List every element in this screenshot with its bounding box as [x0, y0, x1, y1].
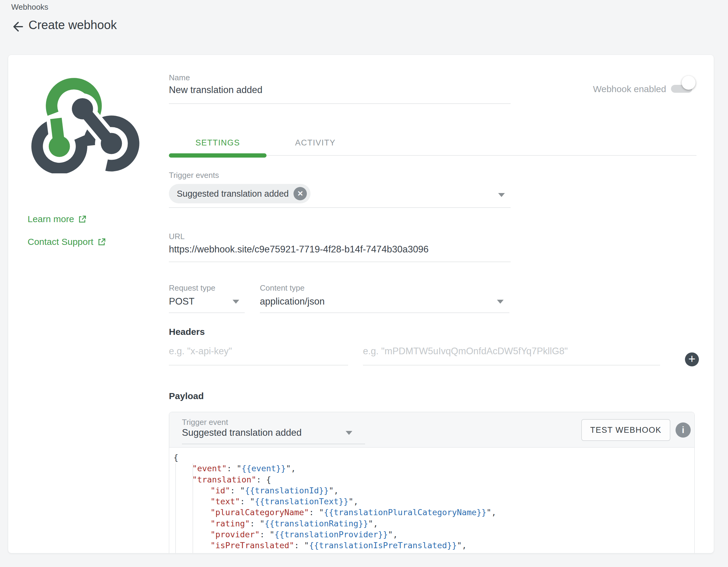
content-type-underline [260, 312, 509, 313]
contact-support-label: Contact Support [28, 237, 93, 247]
trigger-event-label: Trigger event [182, 418, 228, 427]
header-value-input[interactable] [363, 345, 660, 357]
create-webhook-page: { "page": { "breadcrumb": "Webhooks", "t… [0, 0, 728, 567]
code-line: "rating": "{{translationRating}}", [169, 518, 694, 529]
chip-remove-icon[interactable]: ✕ [294, 187, 307, 200]
code-line: "pluralCategoryName": "{{translationPlur… [169, 507, 694, 518]
payload-code-editor[interactable]: {"event": "{{event}}","translation": {"i… [169, 448, 694, 553]
tab-activity[interactable]: ACTIVITY [267, 137, 364, 148]
code-line: "translation": { [169, 474, 694, 485]
trigger-event-dropdown-icon[interactable] [346, 431, 352, 435]
add-header-button[interactable]: + [685, 352, 699, 366]
code-lines: {"event": "{{event}}","translation": {"i… [169, 448, 694, 553]
name-label: Name [169, 73, 190, 82]
header-value-underline [363, 365, 660, 365]
payload-panel-header: Trigger event Suggested translation adde… [169, 412, 694, 448]
trigger-event-underline [182, 444, 365, 444]
code-line: "provider": "{{translationProvider}}", [169, 529, 694, 540]
external-link-icon [98, 238, 106, 246]
content-type-label: Content type [260, 284, 304, 292]
chip-label: Suggested translation added [177, 189, 289, 199]
code-line: { [169, 452, 694, 463]
back-button[interactable] [9, 19, 25, 35]
headers-heading: Headers [169, 326, 205, 337]
tab-settings[interactable]: SETTINGS [169, 137, 267, 148]
request-type-select[interactable]: POST [169, 295, 194, 307]
back-arrow-icon [10, 20, 24, 33]
code-line: "id": "{{translationId}}", [169, 485, 694, 496]
payload-heading: Payload [169, 391, 204, 401]
content-type-dropdown-icon[interactable] [497, 300, 504, 303]
learn-more-label: Learn more [28, 214, 74, 224]
request-type-underline [169, 312, 245, 313]
name-underline [169, 103, 511, 104]
request-type-dropdown-icon[interactable] [233, 300, 239, 303]
trigger-events-label: Trigger events [169, 171, 219, 180]
webhook-enabled-label: Webhook enabled [593, 84, 666, 95]
code-line: "text": "{{translationText}}", [169, 496, 694, 507]
trigger-event-chip[interactable]: Suggested translation added ✕ [169, 184, 310, 203]
external-link-icon [78, 215, 86, 223]
contact-support-link[interactable]: Contact Support [28, 237, 106, 247]
code-line: "isPreTranslated": "{{translationIsPreTr… [169, 540, 694, 551]
info-icon[interactable]: i [676, 422, 691, 438]
name-input[interactable] [169, 84, 508, 96]
url-underline [169, 262, 511, 262]
content-type-select[interactable]: application/json [260, 295, 325, 307]
header-key-underline [169, 365, 348, 365]
webhook-card: Learn more Contact Support Name Webhook … [8, 55, 714, 553]
page-title: Create webhook [29, 17, 117, 33]
active-tab-indicator [169, 153, 267, 158]
header-key-input[interactable] [169, 345, 348, 357]
trigger-event-select[interactable]: Suggested translation added [182, 427, 302, 439]
url-input[interactable] [169, 243, 508, 256]
learn-more-link[interactable]: Learn more [28, 214, 86, 224]
trigger-events-underline [169, 207, 511, 208]
webhook-enabled-toggle-knob[interactable] [682, 76, 696, 90]
code-line: "event": "{{event}}", [169, 463, 694, 474]
trigger-events-dropdown-icon[interactable] [498, 193, 505, 197]
breadcrumb[interactable]: Webhooks [11, 2, 48, 12]
request-type-label: Request type [169, 284, 215, 292]
code-line: "createdAt": "{{translationCreatedAt}}", [169, 551, 694, 553]
webhook-logo [27, 77, 144, 173]
test-webhook-button[interactable]: TEST WEBHOOK [581, 419, 670, 441]
payload-panel: Trigger event Suggested translation adde… [169, 412, 695, 553]
url-label: URL [169, 232, 185, 241]
